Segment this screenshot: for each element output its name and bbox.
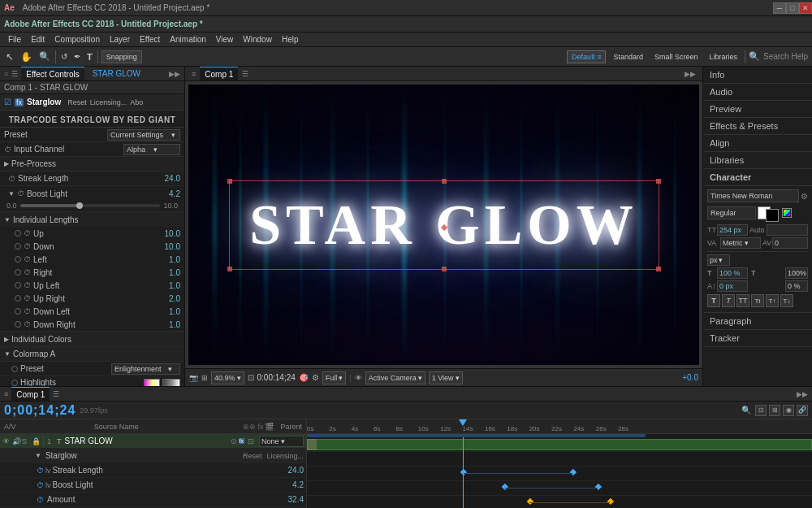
character-header[interactable]: Character (703, 169, 812, 186)
kern-field[interactable]: 0 (772, 237, 808, 249)
bold-btn[interactable]: T (707, 294, 720, 307)
audio-section[interactable]: Audio (703, 84, 812, 101)
collapse-boost[interactable]: ▼ (8, 190, 15, 198)
stopwatch-boost[interactable]: ⏱ (17, 189, 24, 198)
effects-presets-section[interactable]: Effects & Presets (703, 118, 812, 135)
super-btn[interactable]: T↑ (766, 294, 779, 307)
fx-checkbox[interactable]: ☑ (4, 98, 11, 106)
menu-composition[interactable]: Composition (50, 33, 105, 46)
comp-expand-icon[interactable]: ▶▶ (685, 70, 696, 78)
layer-3d-icon[interactable]: ⊙ (231, 437, 237, 445)
boost-slider[interactable] (20, 204, 161, 207)
font-settings-icon[interactable]: ⚙ (801, 192, 808, 201)
menu-help[interactable]: Help (277, 33, 304, 46)
info-section[interactable]: Info (703, 67, 812, 84)
layer-audio-icon[interactable]: 🔊 (12, 437, 20, 445)
stopwatch-upleft[interactable]: ⏱ (24, 281, 31, 289)
stopwatch-streak[interactable]: ⏱ (8, 175, 15, 183)
preset-dropdown[interactable]: Current Settings ▾ (107, 129, 180, 141)
comp-tab-menu[interactable]: ☰ (242, 70, 248, 78)
tool-pen[interactable]: ✒ (72, 52, 82, 61)
italic-btn[interactable]: T (722, 294, 735, 307)
tool-selection[interactable]: ↖ (4, 51, 15, 63)
collapse-ind-colors[interactable]: ▶ (4, 336, 9, 343)
licensing-tl-btn[interactable]: Licensing... (266, 452, 304, 460)
tracking-pct[interactable]: 100% (785, 267, 808, 279)
stopwatch-downright[interactable]: ⏱ (24, 320, 31, 328)
workspace-small[interactable]: Small Screen (650, 50, 702, 63)
layer-lock-icon[interactable]: 🔒 (32, 437, 40, 445)
layer-solo-icon[interactable]: S (22, 437, 30, 445)
menu-view[interactable]: View (211, 33, 239, 46)
up-value[interactable]: 10.0 (165, 229, 180, 238)
tl-stopwatch-streak[interactable]: ⏱ (37, 467, 44, 475)
metric-dropdown[interactable]: Metric▾ (720, 237, 761, 249)
reset-tl-btn[interactable]: Reset (243, 452, 262, 460)
tl-streak-value[interactable]: 24.0 (288, 466, 304, 475)
tl-ctrl-1[interactable]: ⊡ (755, 405, 767, 416)
smallcaps-btn[interactable]: Tt (751, 294, 764, 307)
font-style-field[interactable]: Regular (707, 206, 756, 219)
stopwatch-up[interactable]: ⏱ (24, 229, 31, 237)
tool-text[interactable]: T (85, 52, 94, 62)
zoom-dropdown[interactable]: 40.9%▾ (211, 371, 244, 384)
ca-preset-dropdown[interactable]: Enlightenment▾ (111, 363, 180, 375)
workspace-default[interactable]: Default ≡ (567, 50, 606, 63)
menu-window[interactable]: Window (238, 33, 277, 46)
timeline-tab-menu[interactable]: ☰ (53, 390, 59, 398)
stopwatch-right[interactable]: ⏱ (24, 268, 31, 276)
workspace-libraries[interactable]: Libraries (705, 50, 741, 63)
menu-animation[interactable]: Animation (165, 33, 210, 46)
fx-collapse[interactable]: ▼ (35, 452, 41, 459)
stopwatch-upright[interactable]: ⏱ (24, 294, 31, 302)
fit-icon[interactable]: ⊡ (248, 373, 254, 382)
tl-stopwatch-boost[interactable]: ⏱ (37, 481, 44, 489)
stopwatch-left[interactable]: ⏱ (24, 255, 31, 263)
streak-length-value[interactable]: 24.0 (165, 174, 180, 183)
tl-ctrl-2[interactable]: ⊞ (769, 405, 780, 416)
collapse-colormap-a[interactable]: ▼ (4, 350, 11, 358)
libraries-section[interactable]: Libraries (703, 152, 812, 169)
tl-search-icon[interactable]: 🔍 (741, 406, 751, 415)
layer-visibility-eye[interactable]: 👁 (2, 437, 11, 445)
collapse-ind-len[interactable]: ▼ (4, 216, 11, 224)
paragraph-section[interactable]: Paragraph (703, 313, 812, 330)
baseline-pct[interactable]: 0 % (785, 280, 808, 292)
preview-section[interactable]: Preview (703, 101, 812, 118)
reset-btn[interactable]: Reset (67, 98, 87, 106)
font-size-field[interactable]: 254 px (717, 224, 748, 236)
parent-dropdown[interactable]: None▾ (259, 436, 304, 447)
tl-ctrl-3[interactable]: ◉ (783, 405, 794, 416)
menu-edit[interactable]: Edit (26, 33, 50, 46)
left-value[interactable]: 1.0 (169, 255, 180, 264)
comp-tab[interactable]: Comp 1 (200, 67, 238, 80)
tool-hand[interactable]: ✋ (19, 51, 34, 63)
workspace-standard[interactable]: Standard (609, 50, 647, 63)
tool-zoom[interactable]: 🔍 (37, 51, 52, 62)
resolution-dropdown[interactable]: Full▾ (322, 371, 347, 384)
auto-field[interactable] (767, 224, 808, 236)
snap-button[interactable]: Snapping (102, 50, 142, 63)
timeline-tab[interactable]: Comp 1 (11, 387, 50, 401)
downleft-value[interactable]: 1.0 (169, 307, 180, 316)
timecode-display[interactable]: 0;00;14;24 (4, 403, 76, 418)
timeline-expand-icon[interactable]: ▶▶ (797, 390, 808, 398)
stopwatch-input[interactable]: ⏱ (4, 145, 11, 154)
baseline-field[interactable]: 0 px (717, 280, 748, 292)
tracker-section[interactable]: Tracker (703, 330, 812, 347)
menu-layer[interactable]: Layer (105, 33, 135, 46)
tl-amount-value[interactable]: 32.4 (288, 495, 304, 504)
about-btn[interactable]: Abo (130, 98, 143, 106)
effect-controls-tab[interactable]: Effect Controls (21, 67, 84, 80)
down-value[interactable]: 10.0 (165, 242, 180, 251)
stopwatch-down[interactable]: ⏱ (24, 242, 31, 250)
input-channel-dropdown[interactable]: Alpha ▾ (123, 144, 180, 155)
upleft-value[interactable]: 1.0 (169, 281, 180, 290)
panel-expand-icon[interactable]: ▶▶ (169, 70, 180, 78)
tool-rotate[interactable]: ↺ (59, 52, 69, 61)
allcaps-btn[interactable]: TT (736, 294, 749, 307)
align-section[interactable]: Align (703, 135, 812, 152)
tl-ctrl-4[interactable]: 🔗 (797, 405, 808, 416)
panel-menu-icon[interactable]: ☰ (11, 70, 18, 78)
right-value[interactable]: 1.0 (169, 268, 180, 277)
